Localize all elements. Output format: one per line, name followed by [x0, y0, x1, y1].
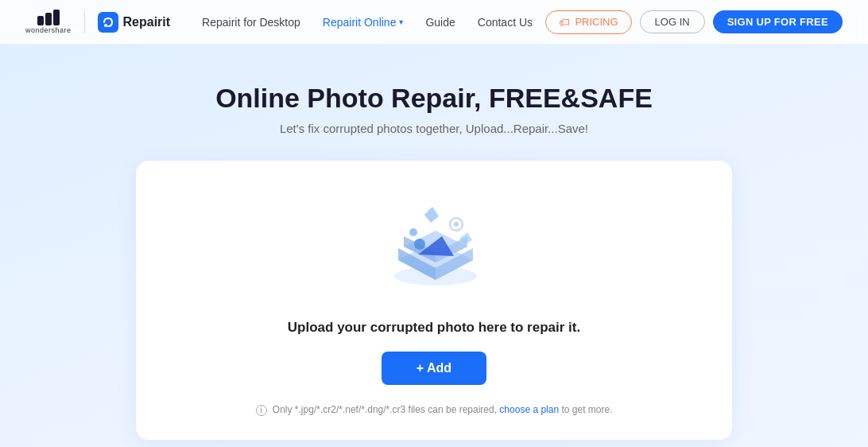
- pricing-icon: 🏷: [559, 16, 570, 29]
- nav-link-online-label: Repairit Online: [323, 16, 397, 29]
- nav-actions: 🏷 PRICING LOG IN SIGN UP FOR FREE: [545, 10, 843, 34]
- svg-rect-0: [37, 16, 44, 25]
- signup-label: SIGN UP FOR FREE: [727, 16, 828, 28]
- signup-button[interactable]: SIGN UP FOR FREE: [713, 10, 843, 33]
- login-button[interactable]: LOG IN: [640, 10, 705, 33]
- repairit-icon: [98, 12, 118, 33]
- svg-point-6: [409, 228, 417, 236]
- wondershare-label: wondershare: [25, 26, 72, 34]
- repairit-logo-link[interactable]: Repairit: [98, 12, 171, 33]
- page-title: Online Photo Repair, FREE&SAFE: [215, 83, 653, 114]
- file-info-prefix: Only *.jpg/*.cr2/*.nef/*.dng/*.cr3 files…: [273, 404, 497, 415]
- divider: [84, 11, 85, 33]
- choose-plan-link[interactable]: choose a plan: [499, 404, 559, 415]
- wondershare-logo: wondershare: [25, 10, 72, 34]
- nav-link-online-dropdown[interactable]: Repairit Online ▾: [313, 11, 413, 33]
- pricing-label: PRICING: [575, 16, 618, 28]
- add-button[interactable]: + Add: [382, 352, 486, 385]
- nav-link-guide[interactable]: Guide: [416, 11, 464, 33]
- file-info: i Only *.jpg/*.cr2/*.nef/*.dng/*.cr3 fil…: [256, 404, 613, 416]
- svg-point-3: [104, 24, 107, 27]
- repairit-svg-icon: [102, 16, 114, 29]
- navbar: wondershare Repairit Repairit for Deskto…: [0, 0, 868, 45]
- upload-instruction: Upload your corrupted photo here to repa…: [288, 320, 580, 336]
- svg-point-8: [454, 222, 459, 227]
- upload-illustration: [370, 192, 498, 304]
- login-label: LOG IN: [655, 16, 690, 28]
- add-button-label: + Add: [417, 361, 451, 375]
- info-icon: i: [256, 405, 267, 416]
- chevron-down-icon: ▾: [399, 17, 403, 26]
- file-info-suffix: to get more.: [561, 404, 612, 415]
- nav-links: Repairit for Desktop Repairit Online ▾ G…: [192, 11, 545, 33]
- nav-link-contact[interactable]: Contact Us: [468, 11, 542, 33]
- svg-rect-1: [45, 13, 52, 25]
- brand-area: wondershare Repairit: [25, 10, 170, 34]
- svg-rect-2: [53, 10, 60, 25]
- pricing-button[interactable]: 🏷 PRICING: [545, 10, 631, 34]
- repairit-label: Repairit: [123, 15, 171, 29]
- nav-link-desktop[interactable]: Repairit for Desktop: [192, 11, 310, 33]
- svg-point-5: [414, 239, 425, 250]
- main-content: Online Photo Repair, FREE&SAFE Let's fix…: [0, 45, 868, 447]
- wondershare-icon: [37, 10, 60, 25]
- page-subtitle: Let's fix corrupted photos together, Upl…: [280, 122, 588, 135]
- photo-repair-illustration: [370, 192, 498, 304]
- upload-card: Upload your corrupted photo here to repa…: [136, 161, 732, 440]
